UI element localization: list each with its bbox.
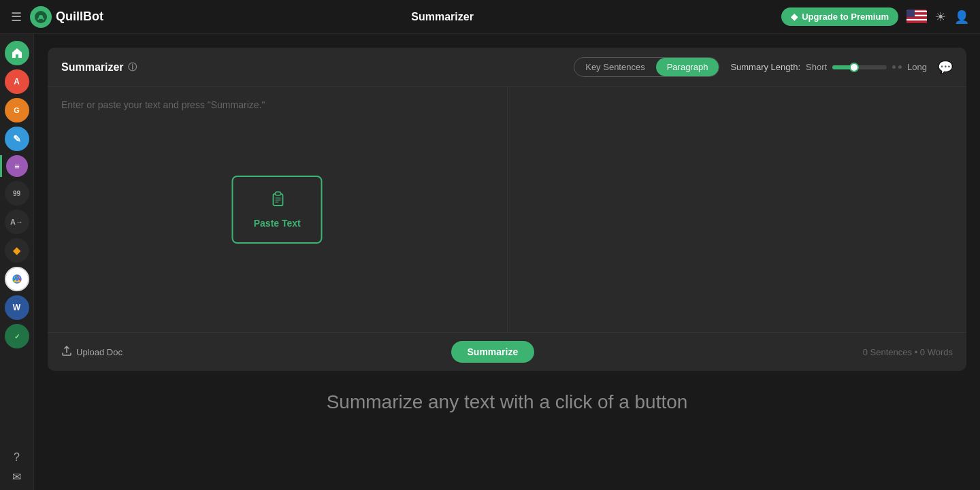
summarize-button[interactable]: Summarize — [451, 341, 535, 363]
svg-rect-6 — [906, 16, 927, 18]
help-icon[interactable]: ? — [14, 451, 20, 463]
panel-header: Summarizer ⓘ Key Sentences Paragraph Sum… — [48, 48, 966, 87]
word-count-display: 0 Sentences • 0 Words — [863, 347, 953, 357]
panel-footer: Upload Doc Summarize 0 Sentences • 0 Wor… — [48, 332, 966, 371]
svg-rect-7 — [906, 18, 927, 20]
length-slider-track — [832, 65, 887, 69]
sidebar-item-home[interactable] — [5, 41, 29, 65]
user-icon[interactable]: 👤 — [954, 10, 969, 24]
long-label: Long — [907, 62, 927, 72]
brightness-icon[interactable]: ☀ — [935, 10, 946, 24]
info-icon[interactable]: ⓘ — [128, 61, 137, 74]
top-nav: ☰ QuillBot Summarizer ◆ Upgrade to Premi… — [0, 0, 980, 34]
svg-rect-8 — [906, 21, 927, 23]
panel-title-text: Summarizer — [61, 61, 124, 74]
length-slider-container — [832, 65, 902, 69]
upload-doc-label: Upload Doc — [76, 347, 122, 357]
chat-icon[interactable]: 💬 — [938, 60, 953, 75]
flag-icon[interactable] — [906, 10, 927, 24]
sidebar-bottom: ? ✉ — [12, 451, 21, 483]
svg-rect-15 — [275, 192, 280, 195]
sidebar-item-summarizer-active[interactable]: ≡ — [0, 155, 33, 177]
input-pane: Enter or paste your text and press "Summ… — [48, 87, 508, 332]
quillbot-logo[interactable] — [30, 6, 52, 28]
page-title: Summarizer — [411, 11, 474, 23]
logo-area: QuillBot — [30, 6, 103, 28]
paragraph-btn[interactable]: Paragraph — [656, 58, 719, 76]
slider-dot-2 — [898, 65, 902, 69]
nav-right: ◆ Upgrade to Premium ☀ 👤 — [781, 7, 969, 26]
summary-length-control: Summary Length: Short — [730, 62, 927, 72]
sidebar-item-citation[interactable]: 99 — [5, 181, 29, 206]
logo-text: QuillBot — [56, 10, 103, 24]
short-label: Short — [806, 62, 827, 72]
mail-icon[interactable]: ✉ — [12, 470, 21, 483]
slider-dot-1 — [892, 65, 896, 69]
sidebar-item-grammar[interactable]: G — [5, 98, 29, 122]
clipboard-icon — [268, 191, 286, 212]
slider-thumb[interactable] — [849, 63, 859, 72]
sidebar-item-word[interactable]: W — [5, 295, 29, 320]
content-area: Summarizer ⓘ Key Sentences Paragraph Sum… — [34, 34, 980, 490]
sidebar-item-translator[interactable]: A→ — [5, 210, 29, 234]
input-placeholder-text: Enter or paste your text and press "Summ… — [61, 98, 493, 112]
upload-icon — [61, 346, 72, 359]
mode-toggle: Key Sentences Paragraph — [574, 57, 719, 77]
upload-doc-button[interactable]: Upload Doc — [61, 346, 122, 359]
paste-text-button[interactable]: Paste Text — [232, 176, 323, 244]
sidebar-item-summarizer-icon: ≡ — [6, 155, 28, 177]
upgrade-icon: ◆ — [791, 12, 798, 22]
output-pane — [508, 87, 967, 332]
nav-left: ☰ QuillBot — [11, 6, 103, 28]
svg-rect-9 — [906, 10, 915, 17]
sidebar-item-premium[interactable]: ◆ — [5, 238, 29, 263]
sidebar: A G ✎ ≡ 99 A→ ◆ — [0, 34, 34, 490]
svg-point-1 — [39, 15, 43, 19]
slider-dots — [892, 65, 902, 69]
summary-length-label: Summary Length: — [730, 62, 800, 72]
main-layout: A G ✎ ≡ 99 A→ ◆ — [0, 34, 980, 490]
summarizer-panel: Summarizer ⓘ Key Sentences Paragraph Sum… — [48, 48, 966, 371]
paste-btn-container: Paste Text — [232, 176, 323, 244]
paste-btn-label: Paste Text — [254, 218, 301, 229]
sidebar-item-chrome[interactable] — [5, 267, 29, 291]
upgrade-button[interactable]: ◆ Upgrade to Premium — [781, 7, 898, 26]
panel-controls: Key Sentences Paragraph Summary Length: … — [574, 57, 953, 77]
sidebar-item-paraphraser[interactable]: A — [5, 69, 29, 94]
sidebar-item-cowriter[interactable]: ✎ — [5, 127, 29, 151]
editor-area: Enter or paste your text and press "Summ… — [48, 87, 966, 332]
key-sentences-btn[interactable]: Key Sentences — [574, 58, 655, 76]
panel-title-area: Summarizer ⓘ — [61, 61, 137, 74]
svg-point-13 — [15, 277, 19, 281]
hamburger-icon[interactable]: ☰ — [11, 10, 22, 24]
upgrade-label: Upgrade to Premium — [802, 12, 889, 22]
bottom-cta: Summarize any text with a click of a but… — [48, 391, 966, 413]
sidebar-item-sheets[interactable]: ✓ — [5, 324, 29, 348]
